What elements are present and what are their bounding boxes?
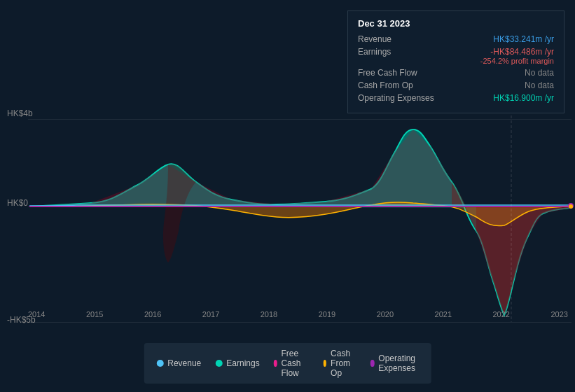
legend-label-opex: Operating Expenses bbox=[378, 354, 418, 373]
svg-point-5 bbox=[569, 204, 573, 209]
legend-label-revenue: Revenue bbox=[167, 358, 201, 368]
tooltip-panel: Dec 31 2023 Revenue HK$33.241m /yr Earni… bbox=[347, 10, 564, 113]
legend-item-earnings: Earnings bbox=[215, 358, 259, 368]
x-label-2022: 2022 bbox=[493, 310, 510, 318]
tooltip-row-earnings: Earnings -HK$84.486m /yr -254.2% profit … bbox=[358, 47, 554, 65]
tooltip-value-earnings: -HK$84.486m /yr bbox=[490, 47, 554, 57]
tooltip-label-opex: Operating Expenses bbox=[358, 93, 442, 103]
x-label-2023: 2023 bbox=[550, 310, 567, 318]
tooltip-row-opex: Operating Expenses HK$16.900m /yr bbox=[358, 93, 554, 103]
tooltip-value-opex: HK$16.900m /yr bbox=[493, 93, 554, 103]
tooltip-value-fcf: No data bbox=[525, 68, 554, 78]
tooltip-label-cashfromop: Cash From Op bbox=[358, 80, 442, 90]
tooltip-profit-margin: -254.2% profit margin bbox=[480, 57, 554, 65]
x-axis-labels: 2014 2015 2016 2017 2018 2019 2020 2021 … bbox=[28, 310, 568, 318]
legend-item-cashfromop: Cash From Op bbox=[323, 349, 356, 378]
legend-label-cashfromop: Cash From Op bbox=[331, 349, 356, 378]
legend-item-fcf: Free Cash Flow bbox=[274, 349, 310, 378]
tooltip-label-revenue: Revenue bbox=[358, 34, 442, 44]
x-label-2018: 2018 bbox=[261, 310, 277, 318]
legend-dot-revenue bbox=[156, 360, 163, 367]
tooltip-date: Dec 31 2023 bbox=[358, 18, 554, 29]
legend-item-revenue: Revenue bbox=[156, 358, 201, 368]
legend-label-earnings: Earnings bbox=[226, 358, 259, 368]
legend-label-fcf: Free Cash Flow bbox=[281, 349, 309, 378]
tooltip-row-cashfromop: Cash From Op No data bbox=[358, 80, 554, 90]
chart-legend: Revenue Earnings Free Cash Flow Cash Fro… bbox=[144, 343, 431, 384]
x-label-2020: 2020 bbox=[377, 310, 394, 318]
tooltip-label-fcf: Free Cash Flow bbox=[358, 68, 442, 78]
legend-item-opex: Operating Expenses bbox=[370, 354, 419, 373]
legend-dot-fcf bbox=[274, 360, 277, 367]
x-label-2016: 2016 bbox=[144, 310, 161, 318]
legend-dot-earnings bbox=[215, 360, 222, 367]
x-label-2014: 2014 bbox=[28, 310, 45, 318]
x-label-2019: 2019 bbox=[319, 310, 335, 318]
tooltip-value-revenue: HK$33.241m /yr bbox=[493, 34, 554, 44]
legend-dot-opex bbox=[370, 360, 374, 367]
tooltip-row-fcf: Free Cash Flow No data bbox=[358, 68, 554, 78]
x-label-2021: 2021 bbox=[435, 310, 452, 318]
x-label-2017: 2017 bbox=[202, 310, 219, 318]
tooltip-value-cashfromop: No data bbox=[525, 80, 554, 90]
tooltip-row-revenue: Revenue HK$33.241m /yr bbox=[358, 34, 554, 44]
tooltip-label-earnings: Earnings bbox=[358, 47, 442, 65]
x-label-2015: 2015 bbox=[86, 310, 103, 318]
legend-dot-cashfromop bbox=[323, 360, 326, 367]
